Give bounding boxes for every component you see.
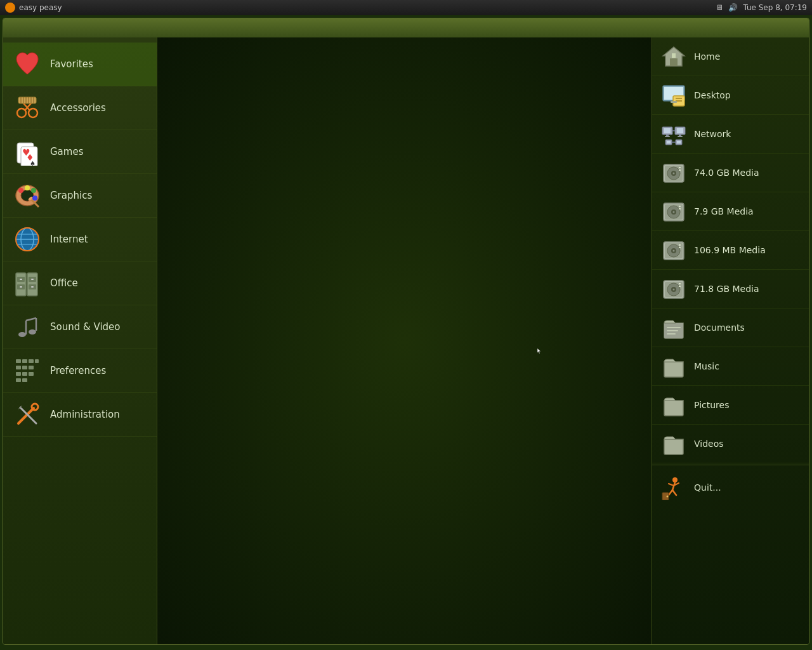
sidebar-item-accessories[interactable]: Accessories [3,86,157,130]
svg-rect-75 [677,128,683,133]
right-panel: Home Desktop [652,37,809,644]
sidebar-item-sound-video[interactable]: Sound & Video [3,305,157,349]
sound-video-icon [12,312,43,342]
svg-point-19 [25,185,30,190]
monitor-icon: 🖥 [716,3,723,12]
drive-79-icon [661,199,686,224]
svg-rect-47 [29,359,34,363]
sidebar-label-accessories: Accessories [50,102,106,114]
right-item-media-74[interactable]: 74.0 GB Media [652,154,809,192]
svg-rect-53 [22,372,27,376]
right-item-documents[interactable]: Documents [652,308,809,347]
right-label-home: Home [694,51,720,62]
svg-line-118 [669,484,674,486]
svg-rect-54 [29,372,34,376]
right-item-music[interactable]: Music [652,347,809,386]
right-item-media-79[interactable]: 7.9 GB Media [652,192,809,231]
right-label-quit: Quit... [694,482,721,493]
svg-rect-72 [664,128,671,133]
taskbar-left: easy peasy [5,3,62,13]
right-item-videos[interactable]: Videos [652,425,809,463]
svg-rect-79 [678,136,683,137]
svg-rect-49 [16,366,21,369]
svg-line-42 [26,318,36,321]
right-label-documents: Documents [694,322,745,333]
svg-rect-37 [31,279,34,280]
graphics-icon [12,180,43,211]
right-item-network[interactable]: Network [652,115,809,154]
music-icon [661,354,686,379]
svg-rect-39 [31,286,34,288]
right-item-home[interactable]: Home [652,37,809,76]
right-item-media-1069[interactable]: 106.9 MB Media [652,231,809,270]
svg-rect-115 [667,333,676,335]
sidebar-label-preferences: Preferences [50,365,106,376]
svg-rect-111 [679,283,681,284]
right-label-videos: Videos [694,439,724,449]
sidebar-item-favorites[interactable]: Favorites [3,43,157,86]
svg-point-103 [673,250,675,252]
sidebar-item-administration[interactable]: Administration [3,393,157,437]
svg-rect-113 [667,327,681,328]
sidebar-label-favorites: Favorites [50,58,93,70]
svg-rect-83 [677,141,681,143]
svg-point-123 [667,495,669,497]
svg-point-110 [673,289,675,291]
sidebar-label-graphics: Graphics [50,190,92,201]
quit-icon [661,475,686,500]
right-item-pictures[interactable]: Pictures [652,386,809,425]
internet-icon [12,224,43,255]
svg-rect-97 [679,206,681,207]
svg-rect-55 [16,378,21,382]
svg-point-89 [673,173,675,175]
right-label-music: Music [694,361,719,371]
app-window: Favorites [3,18,809,645]
datetime: Tue Sep 8, 07:19 [743,3,807,12]
sidebar-item-graphics[interactable]: Graphics [3,174,157,218]
svg-marker-61 [537,348,540,354]
svg-point-58 [32,404,38,410]
sidebar-item-preferences[interactable]: Preferences [3,349,157,393]
sidebar-label-games: Games [50,146,83,157]
right-label-desktop: Desktop [694,90,731,100]
cursor [537,348,542,354]
network-icon [661,121,686,147]
svg-point-21 [32,196,37,201]
svg-rect-90 [679,167,681,168]
accessories-icon [12,93,43,123]
app-name: easy peasy [19,3,62,12]
app-logo [5,3,15,13]
right-item-quit[interactable]: Quit... [652,467,809,508]
sidebar: Favorites [3,37,157,644]
svg-point-44 [29,329,36,335]
svg-rect-114 [667,330,678,331]
right-label-media-718: 71.8 GB Media [694,284,759,294]
svg-rect-105 [679,247,681,248]
right-label-media-74: 74.0 GB Media [694,168,759,178]
games-icon: ♥ ♦ ♠ [12,136,43,167]
svg-rect-63 [670,58,678,66]
svg-rect-78 [665,136,670,137]
svg-line-120 [669,490,672,495]
sidebar-item-internet[interactable]: Internet [3,218,157,262]
sidebar-item-games[interactable]: ♥ ♦ ♠ Games [3,130,157,174]
svg-line-57 [18,408,34,423]
drive-1069-icon [661,237,686,263]
sidebar-label-administration: Administration [50,409,120,420]
svg-line-121 [672,490,676,495]
desktop-icon [661,83,686,108]
videos-icon [661,431,686,456]
right-label-media-1069: 106.9 MB Media [694,245,766,255]
right-item-desktop[interactable]: Desktop [652,76,809,115]
svg-rect-56 [22,378,27,382]
pictures-icon [661,392,686,418]
svg-point-20 [31,188,36,193]
documents-icon [661,315,686,340]
administration-icon [12,399,43,430]
svg-point-18 [18,188,23,193]
sidebar-item-office[interactable]: Office [3,262,157,305]
right-item-media-718[interactable]: 71.8 GB Media [652,270,809,308]
svg-rect-70 [671,101,677,103]
home-icon [661,44,686,69]
svg-rect-91 [679,169,681,171]
